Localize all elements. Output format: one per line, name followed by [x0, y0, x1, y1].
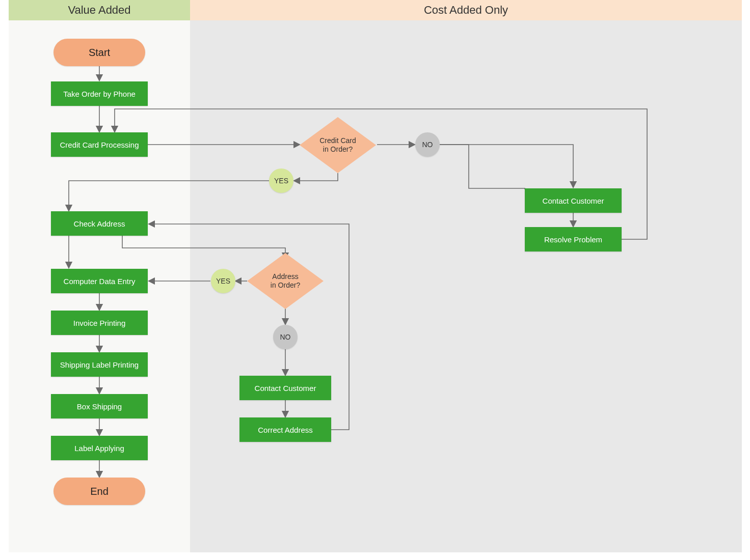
process-invoice-printing: Invoice Printing	[51, 311, 148, 335]
process-contact-customer-cc: Contact Customer	[525, 188, 622, 213]
flowchart-canvas: Value Added Cost Added Only	[0, 0, 750, 560]
process-correct-address: Correct Address	[239, 417, 331, 442]
process-contact-customer-addr: Contact Customer	[239, 376, 331, 400]
process-check-address: Check Address	[51, 211, 148, 236]
branch-no-cc: NO	[415, 132, 440, 157]
decision-credit-card: Credit Cardin Order?	[300, 117, 376, 173]
process-shipping-label-printing: Shipping Label Printing	[51, 352, 148, 377]
lane-header-cost-added: Cost Added Only	[190, 0, 742, 20]
branch-no-addr: NO	[273, 325, 298, 349]
process-cc-processing: Credit Card Processing	[51, 132, 148, 157]
decision-label: in Order?	[271, 281, 300, 289]
process-take-order: Take Order by Phone	[51, 81, 148, 106]
branch-yes-addr: YES	[211, 269, 235, 293]
branch-yes-cc: YES	[269, 169, 293, 193]
decision-label: Credit Card	[319, 136, 356, 145]
process-resolve-problem: Resolve Problem	[525, 227, 622, 251]
decision-label: in Order?	[323, 145, 353, 153]
start-terminator: Start	[53, 39, 145, 66]
process-box-shipping: Box Shipping	[51, 394, 148, 418]
process-data-entry: Computer Data Entry	[51, 269, 148, 293]
end-terminator: End	[53, 478, 145, 505]
decision-label: Address	[272, 272, 298, 281]
decision-address: Addressin Order?	[247, 253, 324, 309]
process-label-applying: Label Applying	[51, 436, 148, 460]
lane-header-value-added: Value Added	[9, 0, 190, 20]
